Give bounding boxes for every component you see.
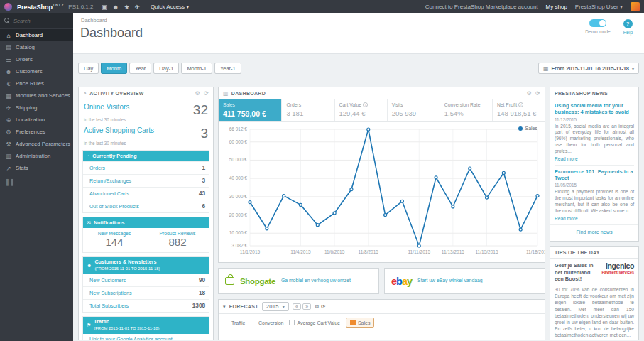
- ebay-link[interactable]: Start uw eBay-winkel vandaag: [417, 278, 482, 284]
- sidebar-item-advanced-parameters[interactable]: ⚒Advanced Parameters: [0, 138, 73, 150]
- row-label[interactable]: Abandoned Carts: [89, 190, 129, 197]
- favorites-icon[interactable]: ★: [124, 4, 129, 11]
- kpi-cart-value[interactable]: Cart Valuei 129,44 €: [335, 99, 388, 121]
- news-article-title[interactable]: Using social media for your business: 4 …: [555, 102, 634, 116]
- filter-month-button[interactable]: Month: [101, 63, 127, 74]
- demo-mode-control[interactable]: Demo mode: [585, 19, 610, 35]
- filter-year-button[interactable]: Year: [129, 63, 151, 74]
- gear-icon[interactable]: ⚙: [527, 90, 532, 97]
- kpi-sales[interactable]: Sales 411 759,00 €: [219, 99, 282, 121]
- row-new-subscriptions[interactable]: New Subscriptions18: [83, 286, 209, 299]
- sidebar-item-catalog[interactable]: ▤Catalog: [0, 41, 73, 53]
- find-more-news-link[interactable]: Find more news: [550, 224, 638, 239]
- pending-row-out-of-stock[interactable]: Out of Stock Products6: [83, 200, 209, 212]
- forecast-actions: ⚙ ⟳: [315, 304, 325, 310]
- active-carts-value: 3: [200, 126, 208, 140]
- row-label[interactable]: Out of Stock Products: [89, 203, 139, 210]
- forecast-year-select[interactable]: 2015 ▾: [262, 302, 289, 311]
- row-label[interactable]: New Subscriptions: [89, 290, 132, 296]
- row-label[interactable]: Orders: [89, 165, 105, 171]
- shop-icon[interactable]: ▣: [101, 4, 107, 11]
- active-carts-link[interactable]: Active Shopping Carts: [84, 126, 154, 134]
- sidebar-item-customers[interactable]: ☻Customers: [0, 65, 73, 77]
- checkbox-icon[interactable]: [289, 320, 295, 325]
- sidebar-item-localization[interactable]: ⊕Localization: [0, 114, 73, 126]
- sidebar-item-preferences[interactable]: ⚙Preferences: [0, 126, 73, 138]
- cell-label[interactable]: New Messages: [84, 231, 144, 236]
- my-shop-link[interactable]: My shop: [546, 4, 567, 10]
- pending-row-abandoned-carts[interactable]: Abandoned Carts43: [83, 187, 209, 200]
- legend-sales[interactable]: Sales: [346, 318, 375, 328]
- google-analytics-link[interactable]: Link to your Google Analytics account: [83, 334, 209, 340]
- legend-conversion[interactable]: Conversion: [251, 320, 283, 325]
- pending-row-orders[interactable]: Orders1: [83, 161, 209, 174]
- row-total-subscribers[interactable]: Total Subscribers1308: [83, 299, 209, 312]
- help-control[interactable]: ? Help: [623, 19, 633, 35]
- sidebar-item-label: Localization: [16, 117, 45, 123]
- filter-day-button[interactable]: Day: [78, 63, 99, 74]
- sidebar-item-shipping[interactable]: ✈Shipping: [0, 102, 73, 114]
- date-range-picker[interactable]: ▦ From 2015-11-01 To 2015-11-18 ▾: [538, 63, 639, 74]
- online-visitors-link[interactable]: Online Visitors: [84, 103, 129, 111]
- help-icon[interactable]: ?: [623, 19, 633, 28]
- customers-icon: ☻: [87, 263, 92, 268]
- demo-mode-toggle[interactable]: [589, 19, 606, 27]
- sidebar-item-stats[interactable]: ↗Stats: [0, 162, 73, 174]
- pending-row-returns[interactable]: Return/Exchanges3: [83, 174, 209, 187]
- search-input[interactable]: [13, 18, 65, 24]
- customers-icon[interactable]: ☻: [112, 4, 119, 11]
- refresh-icon[interactable]: ⟳: [535, 90, 540, 97]
- filter-year-1-button[interactable]: Year-1: [214, 63, 241, 74]
- checkbox-icon[interactable]: [224, 320, 229, 325]
- user-avatar[interactable]: [631, 2, 640, 11]
- new-messages-cell[interactable]: New Messages 144: [83, 228, 146, 252]
- sidebar-search[interactable]: [0, 13, 73, 28]
- legend-traffic[interactable]: Traffic: [224, 320, 245, 325]
- kpi-net-profit[interactable]: Net Profiti 148 918,51 €: [493, 99, 545, 121]
- sidebar-item-orders[interactable]: ☰Orders: [0, 53, 73, 65]
- date-filter-bar: Day Month Year Day-1 Month-1 Year-1 ▦ Fr…: [78, 62, 639, 75]
- kpi-label: Net Profit: [497, 102, 517, 107]
- legend-average-cart-value[interactable]: Average Cart Value: [289, 320, 339, 325]
- gear-icon[interactable]: ⚙: [195, 90, 200, 97]
- chevron-down-icon[interactable]: ▾: [223, 304, 226, 310]
- read-more-link[interactable]: Read more: [555, 216, 634, 221]
- chart-legend[interactable]: Sales: [518, 126, 537, 131]
- row-new-customers[interactable]: New Customers90: [83, 274, 209, 286]
- row-label[interactable]: Return/Exchanges: [89, 178, 131, 184]
- sidebar-item-price-rules[interactable]: €Price Rules: [0, 77, 73, 90]
- filter-day-1-button[interactable]: Day-1: [153, 63, 179, 74]
- product-reviews-cell[interactable]: Product Reviews 882: [146, 228, 209, 252]
- sidebar-item-modules[interactable]: ▦Modules and Services: [0, 90, 73, 102]
- sidebar-collapse-button[interactable]: ▌▌: [0, 174, 73, 185]
- kpi-orders[interactable]: Orders 3 181: [282, 99, 334, 121]
- news-article-date: 11/12/2015: [555, 117, 634, 122]
- gear-icon[interactable]: ⚙: [315, 304, 320, 309]
- next-button[interactable]: »: [302, 303, 311, 310]
- user-menu[interactable]: PrestaShop User ▾: [575, 4, 623, 10]
- sidebar-item-administration[interactable]: ▥Administration: [0, 150, 73, 162]
- forecast-nav: « »: [293, 303, 311, 310]
- refresh-icon[interactable]: ⟳: [321, 304, 325, 309]
- breadcrumb[interactable]: Dashboard: [81, 17, 107, 23]
- marketplace-connect-link[interactable]: Connect to PrestaShop Marketplace accoun…: [425, 4, 538, 10]
- checkbox-icon[interactable]: [350, 320, 356, 325]
- tips-panel-title: TIPS OF THE DAY: [555, 250, 600, 255]
- plane-icon[interactable]: ✈: [135, 4, 141, 11]
- prev-button[interactable]: «: [293, 303, 301, 310]
- sidebar-item-dashboard[interactable]: ⌂Dashboard: [0, 29, 73, 41]
- shopgate-link[interactable]: Ga mobiel en verhoog uw omzet: [281, 278, 351, 284]
- read-more-link[interactable]: Read more: [555, 156, 634, 161]
- cell-label[interactable]: Product Reviews: [148, 231, 207, 236]
- news-article-title[interactable]: Ecommerce 101: Payments in a Tweet: [555, 168, 634, 182]
- kpi-visits[interactable]: Visits 205 939: [388, 99, 440, 121]
- checkbox-icon[interactable]: [251, 320, 256, 325]
- refresh-icon[interactable]: ⟳: [204, 90, 209, 97]
- prestashop-logo-icon: [4, 3, 12, 11]
- row-label[interactable]: Total Subscribers: [89, 303, 129, 309]
- quick-access-menu[interactable]: Quick Access ▾: [151, 4, 189, 10]
- filter-month-1-button[interactable]: Month-1: [181, 63, 212, 74]
- traffic-header: ⚑ Traffic (FROM 2015-11-01 TO 2015-11-18…: [83, 317, 209, 333]
- row-label[interactable]: New Customers: [89, 277, 126, 283]
- kpi-conversion-rate[interactable]: Conversion Rate 1.54%: [440, 99, 493, 121]
